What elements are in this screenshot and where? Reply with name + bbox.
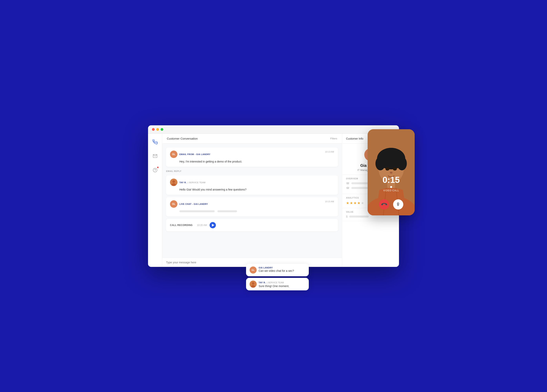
live-chat-label: LIVE CHAT - GIA LANDRY: [179, 203, 208, 205]
tay-popup-name-row: TAY R. | SERVICE TEAM: [259, 281, 289, 284]
tay-popup-content: TAY R. | SERVICE TEAM Sure thing! One mo…: [259, 281, 289, 288]
title-bar: [148, 125, 399, 134]
gia-popup-avatar: GL: [250, 266, 257, 273]
close-traffic-light[interactable]: [152, 128, 155, 131]
star-2: ★: [350, 201, 353, 205]
tay-chat-popup: TAY R. | SERVICE TEAM Sure thing! One mo…: [246, 278, 309, 290]
email-from-text: Hey, I'm interested in getting a demo of…: [179, 159, 334, 164]
svg-point-7: [252, 282, 254, 285]
email-reply-section: EMAIL REPLY: [166, 169, 338, 173]
sender-info: GL EMAIL FROM - GIA LANDRY: [170, 151, 210, 158]
video-call-label: VIDEO CALL: [368, 189, 415, 192]
sidebar: [148, 134, 162, 267]
hang-up-icon: 📞: [380, 201, 388, 208]
call-recording-card: CALL RECORDING 10:20 AM: [166, 219, 338, 232]
video-controls: 📞 🎙: [368, 199, 415, 210]
email-reply-card: TAY R. | SERVICE TEAM Hello Gia! Would y…: [166, 175, 338, 195]
tay-sender-tag: | SERVICE TEAM: [187, 181, 205, 184]
live-chat-time: 10:15 AM: [325, 200, 334, 203]
email-from-header: GL EMAIL FROM - GIA LANDRY 10:13 AM: [170, 151, 334, 158]
live-chat-header: GL LIVE CHAT - GIA LANDRY 10:15 AM: [170, 200, 334, 208]
placeholder-bar-1: [179, 210, 215, 212]
timer-display: 0:15: [368, 175, 415, 185]
tay-sender-info: TAY R. | SERVICE TEAM: [170, 179, 205, 186]
message-input[interactable]: [166, 261, 338, 264]
tay-sender-name: TAY R.: [179, 181, 187, 184]
gia-popup-content: GIA LANDRY Can we video chat for a sec?: [259, 266, 294, 272]
tay-popup-text: Sure thing! One moment.: [259, 285, 289, 288]
tay-popup-name: TAY R.: [259, 281, 266, 284]
value-line: $: [346, 215, 395, 218]
svg-point-4: [172, 180, 175, 183]
email-reply-header: TAY R. | SERVICE TEAM: [170, 179, 334, 186]
live-chat-sender: GL LIVE CHAT - GIA LANDRY: [170, 200, 208, 208]
play-button[interactable]: [210, 222, 216, 228]
gia-popup-text: Can we video chat for a sec?: [259, 269, 294, 272]
live-chat-card: GL LIVE CHAT - GIA LANDRY 10:15 AM: [166, 197, 338, 217]
gia-live-chat-avatar: GL: [170, 200, 178, 208]
call-recording-label: CALL RECORDING: [170, 224, 192, 226]
window-body: Customer Conversation Filters GL EMAIL F…: [148, 134, 399, 267]
filters-button[interactable]: Filters: [330, 137, 337, 140]
svg-point-21: [385, 167, 389, 171]
video-timer: 0:15 VIDEO CALL: [368, 175, 415, 192]
sidebar-item-help[interactable]: [151, 166, 159, 174]
email-from-label: EMAIL FROM - GIA LANDRY: [179, 153, 210, 155]
tay-name-group: TAY R. | SERVICE TEAM: [179, 180, 205, 184]
conversation-panel: Customer Conversation Filters GL EMAIL F…: [162, 134, 342, 267]
live-chat-text: [179, 209, 334, 213]
email-from-card: GL EMAIL FROM - GIA LANDRY 10:13 AM Hey,…: [166, 147, 338, 167]
phone-icon-2: ☎: [346, 186, 349, 190]
minimize-traffic-light[interactable]: [156, 128, 159, 131]
star-1: ★: [346, 201, 349, 205]
timer-dot: [390, 186, 392, 188]
hang-up-button[interactable]: 📞: [379, 199, 389, 210]
sidebar-item-phone[interactable]: [151, 138, 159, 146]
email-reply-text: Hello Gia! Would you mind answering a fe…: [179, 188, 334, 192]
star-5: ★: [361, 201, 364, 205]
svg-point-20: [399, 158, 405, 163]
email-from-time: 10:13 AM: [325, 151, 334, 153]
tay-popup-avatar: [250, 281, 257, 288]
value-bar: [349, 216, 369, 218]
conversation-header: Customer Conversation Filters: [162, 134, 342, 144]
mute-button[interactable]: 🎙: [393, 199, 403, 210]
video-call-overlay: 100%: [368, 129, 415, 215]
phone-icon-1: ☎: [346, 182, 349, 185]
gia-popup-name: GIA LANDRY: [259, 266, 294, 269]
placeholder-bar-2: [218, 210, 237, 212]
dollar-icon: $: [346, 215, 348, 218]
help-badge: [157, 167, 159, 168]
gia-avatar: GL: [170, 151, 178, 158]
svg-point-22: [393, 167, 397, 171]
floating-chat-container: GL GIA LANDRY Can we video chat for a se…: [246, 264, 309, 290]
svg-point-19: [378, 158, 383, 163]
video-background: 100%: [368, 129, 415, 215]
email-reply-label: EMAIL REPLY: [166, 169, 338, 173]
main-window: Customer Conversation Filters GL EMAIL F…: [148, 125, 399, 267]
tay-popup-tag: | SERVICE TEAM: [267, 281, 284, 284]
play-icon: [212, 224, 214, 226]
conversation-area: GL EMAIL FROM - GIA LANDRY 10:13 AM Hey,…: [162, 144, 342, 258]
conversation-title: Customer Conversation: [167, 137, 198, 140]
star-3: ★: [354, 201, 357, 205]
call-recording-time: 10:20 AM: [197, 224, 207, 226]
microphone-icon: 🎙: [396, 202, 400, 207]
customer-info-title: Customer Info: [346, 137, 363, 140]
star-4: ★: [357, 201, 360, 205]
gia-chat-popup: GL GIA LANDRY Can we video chat for a se…: [246, 264, 309, 276]
sidebar-item-mail[interactable]: [151, 152, 159, 160]
tay-avatar: [170, 179, 178, 186]
svg-point-23: [390, 172, 392, 174]
maximize-traffic-light[interactable]: [161, 128, 163, 131]
